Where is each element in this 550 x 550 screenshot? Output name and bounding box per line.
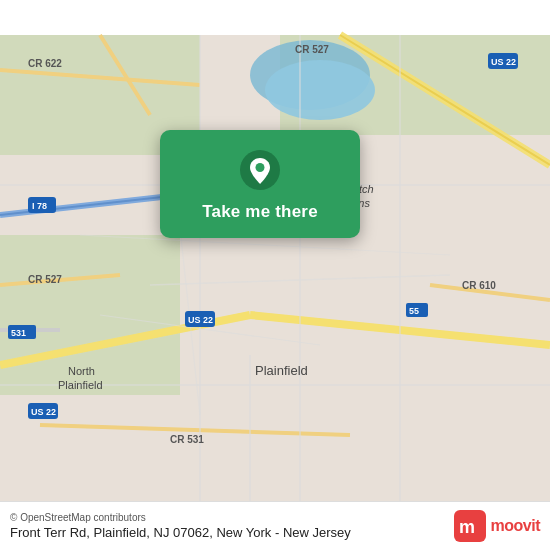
svg-point-51 [256,163,265,172]
svg-text:531: 531 [11,328,26,338]
address-label: Front Terr Rd, Plainfield, NJ 07062, New… [10,525,351,540]
location-pin-icon [238,148,282,192]
take-me-there-button[interactable]: Take me there [202,202,318,222]
svg-text:Plainfield: Plainfield [58,379,103,391]
osm-attribution: © OpenStreetMap contributors [10,512,351,523]
moovit-brand-label: moovit [491,517,540,535]
svg-text:North: North [68,365,95,377]
svg-text:CR 531: CR 531 [170,434,204,445]
map-container: CR 622 CR 527 US 22 I 78 CR 527 US 22 55… [0,0,550,550]
svg-text:Plainfield: Plainfield [255,363,308,378]
take-me-there-card: Take me there [160,130,360,238]
svg-text:US 22: US 22 [31,407,56,417]
moovit-icon: m [454,510,486,542]
svg-text:I 78: I 78 [32,201,47,211]
svg-text:m: m [459,517,475,537]
moovit-logo: m moovit [454,510,540,542]
svg-text:CR 622: CR 622 [28,58,62,69]
map-background: CR 622 CR 527 US 22 I 78 CR 527 US 22 55… [0,0,550,550]
svg-point-5 [265,60,375,120]
svg-text:CR 610: CR 610 [462,280,496,291]
svg-text:55: 55 [409,306,419,316]
svg-text:US 22: US 22 [188,315,213,325]
svg-text:US 22: US 22 [491,57,516,67]
svg-text:CR 527: CR 527 [295,44,329,55]
svg-text:CR 527: CR 527 [28,274,62,285]
bottom-bar: © OpenStreetMap contributors Front Terr … [0,501,550,550]
bottom-info: © OpenStreetMap contributors Front Terr … [10,512,351,540]
